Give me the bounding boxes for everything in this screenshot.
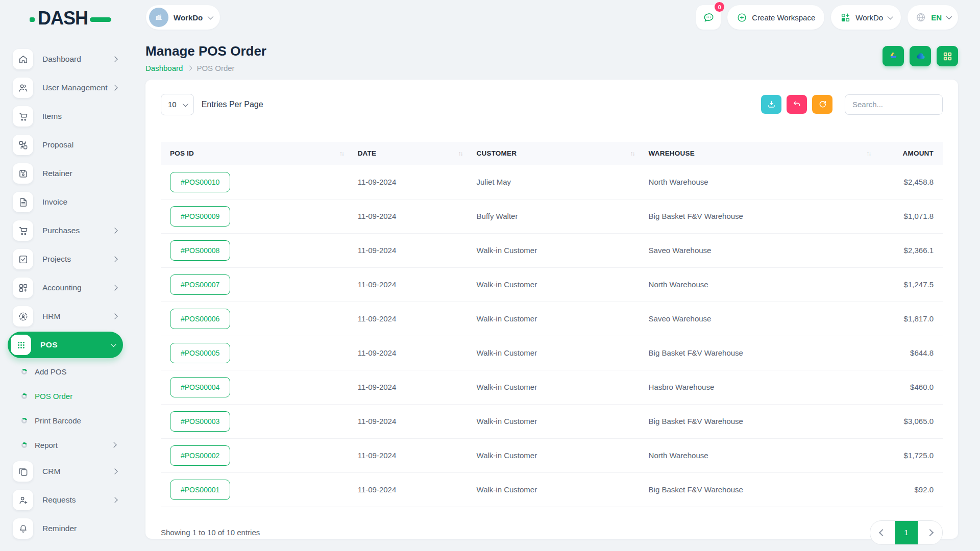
sidebar-item[interactable]: Purchases xyxy=(0,216,131,245)
pos-id-link[interactable]: #POS00008 xyxy=(170,240,230,261)
plus-circle-icon xyxy=(737,12,747,23)
pos-id-link[interactable]: #POS00009 xyxy=(170,206,230,227)
create-workspace-button[interactable]: Create Workspace xyxy=(727,5,824,30)
chevron-left-icon xyxy=(879,529,886,536)
column-header[interactable]: DATE↑↓ xyxy=(349,142,468,165)
sidebar-subitem[interactable]: POS Order xyxy=(0,384,131,408)
sort-icon[interactable]: ↑↓ xyxy=(630,150,634,157)
logo[interactable]: DASH xyxy=(38,7,88,30)
pos-id-link[interactable]: #POS00001 xyxy=(170,480,230,500)
sidebar: Dashboard User Management Items Proposal… xyxy=(0,45,131,543)
hrm-icon xyxy=(13,306,33,327)
table-row: #POS00006 11-09-2024 Walk-in Customer Sa… xyxy=(161,302,943,336)
sidebar-subitem-label: Print Barcode xyxy=(35,416,81,425)
column-header[interactable]: CUSTOMER↑↓ xyxy=(468,142,640,165)
sort-icon[interactable]: ↑↓ xyxy=(866,150,870,157)
messages-button[interactable]: 0 xyxy=(696,5,721,30)
pos-id-link[interactable]: #POS00004 xyxy=(170,377,230,397)
grid-apps-button[interactable] xyxy=(937,46,958,66)
create-workspace-label: Create Workspace xyxy=(752,13,815,22)
cell-amount: $2,366.1 xyxy=(875,233,943,267)
sidebar-subitem[interactable]: Print Barcode xyxy=(0,408,131,433)
sidebar-item-label: User Management xyxy=(42,83,108,92)
pos-id-link[interactable]: #POS00003 xyxy=(170,411,230,432)
sidebar-item[interactable]: User Management xyxy=(0,73,131,102)
logo-dot xyxy=(30,17,35,22)
sidebar-subitem[interactable]: Report xyxy=(0,433,131,457)
sidebar-item[interactable]: Dashboard xyxy=(0,45,131,73)
cell-warehouse: Big Basket F&V Warehouse xyxy=(640,472,876,507)
sidebar-item[interactable]: Invoice xyxy=(0,188,131,216)
sidebar-item-label: Invoice xyxy=(42,197,67,207)
proposal-icon xyxy=(13,135,33,155)
breadcrumb-dashboard-link[interactable]: Dashboard xyxy=(145,64,183,72)
search-input[interactable] xyxy=(845,94,943,115)
cell-date: 11-09-2024 xyxy=(349,165,468,199)
workspace-switcher[interactable]: WorkDo xyxy=(146,5,220,30)
table-row: #POS00005 11-09-2024 Walk-in Customer Bi… xyxy=(161,336,943,370)
entries-per-page-select[interactable]: 10 xyxy=(161,94,194,115)
sidebar-item-label: HRM xyxy=(42,312,60,321)
sidebar-item[interactable]: POS xyxy=(8,332,123,358)
refresh-button[interactable] xyxy=(812,95,832,114)
sort-icon[interactable]: ↑↓ xyxy=(339,150,344,157)
main-content: Manage POS Order Dashboard POS Order xyxy=(131,37,980,539)
sidebar-item[interactable]: Proposal xyxy=(0,131,131,159)
sidebar-item[interactable]: Reminder xyxy=(0,514,131,543)
pos-id-link[interactable]: #POS00005 xyxy=(170,343,230,363)
sidebar-item[interactable]: Requests xyxy=(0,486,131,514)
cell-date: 11-09-2024 xyxy=(349,233,468,267)
sidebar-item[interactable]: HRM xyxy=(0,302,131,331)
column-header[interactable]: POS ID↑↓ xyxy=(161,142,349,165)
cell-warehouse: Hasbro Warehouse xyxy=(640,370,876,404)
table-row: #POS00009 11-09-2024 Buffy Walter Big Ba… xyxy=(161,199,943,233)
cell-customer: Walk-in Customer xyxy=(468,472,640,507)
sidebar-subitem-label: Add POS xyxy=(35,367,67,376)
sidebar-item[interactable]: Accounting xyxy=(0,273,131,302)
sidebar-subitem[interactable]: Add POS xyxy=(0,359,131,384)
showing-entries-text: Showing 1 to 10 of 10 entries xyxy=(161,528,260,537)
column-header[interactable]: AMOUNT xyxy=(875,142,943,165)
sidebar-item-label: Accounting xyxy=(42,283,82,292)
sidebar-item[interactable]: Retainer xyxy=(0,159,131,188)
pos-id-link[interactable]: #POS00006 xyxy=(170,309,230,329)
export-button[interactable] xyxy=(761,95,781,114)
table-row: #POS00001 11-09-2024 Walk-in Customer Bi… xyxy=(161,472,943,507)
chevron-right-icon xyxy=(112,85,117,90)
sidebar-item[interactable]: Items xyxy=(0,102,131,131)
cell-customer: Juliet May xyxy=(468,165,640,199)
cell-amount: $2,458.8 xyxy=(875,165,943,199)
cell-warehouse: Big Basket F&V Warehouse xyxy=(640,199,876,233)
cell-amount: $644.8 xyxy=(875,336,943,370)
language-dropdown[interactable]: EN xyxy=(908,5,958,30)
column-header[interactable]: WAREHOUSE↑↓ xyxy=(640,142,876,165)
logo-dash xyxy=(90,17,111,22)
chevron-right-icon xyxy=(112,468,117,474)
grid-plus-icon xyxy=(840,12,851,23)
sort-icon[interactable]: ↑↓ xyxy=(458,150,462,157)
refresh-icon xyxy=(818,99,827,109)
chevron-right-icon xyxy=(112,228,117,233)
workspace-dropdown[interactable]: WorkDo xyxy=(831,5,901,30)
pagination-next-button[interactable] xyxy=(918,521,942,544)
cell-customer: Walk-in Customer xyxy=(468,302,640,336)
cell-warehouse: North Warehouse xyxy=(640,165,876,199)
cell-date: 11-09-2024 xyxy=(349,199,468,233)
sidebar-item[interactable]: Projects xyxy=(0,245,131,273)
onedrive-button[interactable] xyxy=(910,46,931,66)
google-drive-button[interactable] xyxy=(883,46,904,66)
pos-grid-icon xyxy=(11,335,31,355)
sidebar-item-label: Requests xyxy=(42,495,76,505)
pagination-prev-button[interactable] xyxy=(870,521,895,544)
pos-id-link[interactable]: #POS00007 xyxy=(170,274,230,295)
sidebar-item-label: Projects xyxy=(42,255,71,264)
cell-amount: $1,725.0 xyxy=(875,438,943,472)
reset-button[interactable] xyxy=(787,95,807,114)
sidebar-item[interactable]: CRM xyxy=(0,457,131,486)
workspace-name: WorkDo xyxy=(174,13,203,22)
cell-customer: Walk-in Customer xyxy=(468,233,640,267)
grid-plus-icon xyxy=(13,278,33,298)
pagination-page-1[interactable]: 1 xyxy=(895,521,918,544)
pos-id-link[interactable]: #POS00002 xyxy=(170,445,230,466)
pos-id-link[interactable]: #POS00010 xyxy=(170,172,230,192)
